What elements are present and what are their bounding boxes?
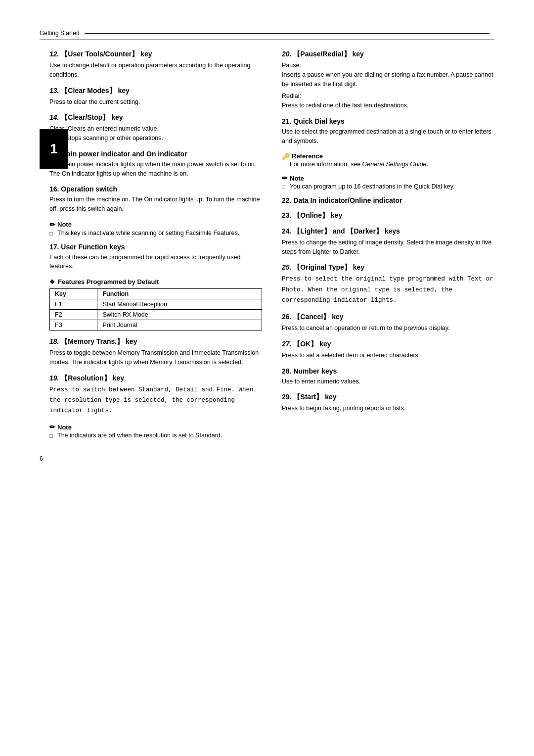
section-24: 24. 【Lighter】 and 【Darker】 keys Press to…	[282, 227, 494, 257]
note-2: Note The indicators are off when the res…	[49, 423, 262, 440]
section-15-body: The main power indicator lights up when …	[49, 160, 262, 179]
section-14: 14. 【Clear/Stop】 key Clear: Clears an en…	[49, 113, 262, 143]
section-25: 25. 【Original Type】 key Press to select …	[282, 263, 494, 306]
page-number: 6	[40, 455, 494, 462]
section-23-title: 【Online】 key	[293, 211, 342, 219]
section-17: 17. User Function keys Each of these can…	[49, 243, 262, 272]
section-20-body1: Inserts a pause when you are dialing or …	[282, 70, 494, 89]
features-subtitle: Features Programmed by Default	[49, 278, 262, 285]
reference-text: For more information, see General Settin…	[282, 160, 494, 169]
section-12-title: 【User Tools/Counter】 key	[61, 50, 152, 58]
reference-title: Reference	[282, 152, 494, 160]
section-21-num: 21.	[282, 117, 291, 125]
section-29-num: 29.	[282, 393, 291, 401]
row3-function: Print Journal	[97, 320, 262, 331]
section-21-body: Use to select the programmed destination…	[282, 127, 494, 146]
section-18-num: 18.	[49, 337, 59, 345]
section-20-title: 【Pause/Redial】 key	[293, 50, 363, 58]
note-1-title: Note	[49, 221, 262, 229]
section-25-title: 【Original Type】 key	[293, 263, 364, 271]
section-14-body2: Stop: Stops scanning or other operations…	[49, 134, 262, 143]
section-14-title: 【Clear/Stop】 key	[61, 113, 123, 121]
section-24-title: 【Lighter】 and 【Darker】 keys	[293, 227, 400, 235]
section-15: 15. Main power indicator and On indicato…	[49, 150, 262, 179]
table-row: F1 Start Manual Reception	[50, 299, 262, 310]
note-2-title: Note	[49, 423, 262, 431]
section-28-num: 28.	[282, 367, 291, 375]
section-20: 20. 【Pause/Redial】 key Pause: Inserts a …	[282, 50, 494, 110]
note-2-item: The indicators are off when the resoluti…	[49, 431, 262, 440]
table-col-function: Function	[97, 289, 262, 299]
section-29-title: 【Start】 key	[293, 393, 336, 401]
section-13: 13. 【Clear Modes】 key Press to clear the…	[49, 87, 262, 107]
section-20-num: 20.	[282, 50, 291, 58]
section-27-body: Press to set a selected item or entered …	[282, 351, 494, 360]
section-15-title: Main power indicator and On indicator	[61, 150, 187, 158]
section-12-body: Use to change default or operation param…	[49, 61, 262, 80]
features-section: Features Programmed by Default Key Funct…	[49, 278, 262, 331]
note-3: Note You can program up to 16 destinatio…	[282, 174, 494, 191]
section-17-title: User Function keys	[61, 243, 125, 251]
section-13-body: Press to clear the current setting.	[49, 97, 262, 107]
table-col-key: Key	[50, 289, 97, 299]
section-26-body: Press to cancel an operation or return t…	[282, 324, 494, 333]
section-12: 12. 【User Tools/Counter】 key Use to chan…	[49, 50, 262, 80]
note-1: Note This key is inactivate while scanni…	[49, 221, 262, 238]
section-20-body2: Press to redial one of the last ten dest…	[282, 101, 494, 110]
section-17-num: 17.	[49, 243, 59, 251]
section-21: 21. Quick Dial keys Use to select the pr…	[282, 117, 494, 146]
section-22: 22. Data In indicator/Online indicator	[282, 196, 494, 204]
section-23: 23. 【Online】 key	[282, 211, 494, 220]
section-19-title: 【Resolution】 key	[61, 374, 124, 382]
section-21-title: Quick Dial keys	[293, 117, 345, 125]
section-26-num: 26.	[282, 313, 291, 321]
note-3-item: You can program up to 16 destinations in…	[282, 182, 494, 191]
section-16-body: Press to turn the machine on. The On ind…	[49, 195, 262, 214]
section-29-body: Press to begin faxing, printing reports …	[282, 404, 494, 413]
section-25-num: 25.	[282, 263, 291, 271]
section-16-title: Operation switch	[61, 185, 117, 193]
section-16-num: 16.	[49, 185, 59, 193]
section-19-body: Press to switch between Standard, Detail…	[49, 385, 262, 417]
section-16: 16. Operation switch Press to turn the m…	[49, 185, 262, 214]
table-row: F3 Print Journal	[50, 320, 262, 331]
section-23-num: 23.	[282, 211, 291, 219]
section-28-body: Use to enter numeric values.	[282, 377, 494, 386]
section-19: 19. 【Resolution】 key Press to switch bet…	[49, 374, 262, 417]
section-17-body: Each of these can be programmed for rapi…	[49, 253, 262, 272]
note-1-item: This key is inactivate while scanning or…	[49, 229, 262, 238]
section-12-num: 12.	[49, 50, 59, 58]
section-26-title: 【Cancel】 key	[293, 313, 343, 321]
section-28: 28. Number keys Use to enter numeric val…	[282, 367, 494, 386]
section-27: 27. 【OK】 key Press to set a selected ite…	[282, 340, 494, 360]
note-3-title: Note	[282, 174, 494, 182]
left-column: 12. 【User Tools/Counter】 key Use to chan…	[49, 50, 262, 445]
section-20-sublabel1: Pause:	[282, 61, 494, 70]
section-18: 18. 【Memory Trans.】 key Press to toggle …	[49, 337, 262, 367]
reference-1: Reference For more information, see Gene…	[282, 152, 494, 169]
section-22-num: 22.	[282, 196, 291, 204]
row3-key: F3	[50, 320, 97, 331]
table-row: F2 Switch RX Mode	[50, 310, 262, 320]
section-29: 29. 【Start】 key Press to begin faxing, p…	[282, 393, 494, 413]
section-18-title: 【Memory Trans.】 key	[61, 337, 137, 345]
header-section-title: Getting Started	[40, 30, 80, 37]
section-25-body: Press to select the original type progra…	[282, 274, 494, 306]
section-13-title: 【Clear Modes】 key	[61, 87, 130, 94]
section-28-title: Number keys	[293, 367, 337, 375]
section-26: 26. 【Cancel】 key Press to cancel an oper…	[282, 313, 494, 333]
section-24-num: 24.	[282, 227, 291, 235]
section-19-num: 19.	[49, 374, 59, 382]
right-column: 20. 【Pause/Redial】 key Pause: Inserts a …	[282, 50, 494, 445]
section-27-title: 【OK】 key	[293, 340, 331, 348]
section-13-num: 13.	[49, 87, 59, 94]
page-header: Getting Started	[40, 30, 494, 40]
features-table: Key Function F1 Start Manual Reception F…	[49, 288, 262, 331]
section-22-title: Data In indicator/Online indicator	[293, 196, 402, 204]
row2-key: F2	[50, 310, 97, 320]
chapter-bar: 1	[40, 129, 68, 169]
section-27-num: 27.	[282, 340, 291, 348]
row2-function: Switch RX Mode	[97, 310, 262, 320]
section-14-num: 14.	[49, 113, 59, 121]
row1-function: Start Manual Reception	[97, 299, 262, 310]
